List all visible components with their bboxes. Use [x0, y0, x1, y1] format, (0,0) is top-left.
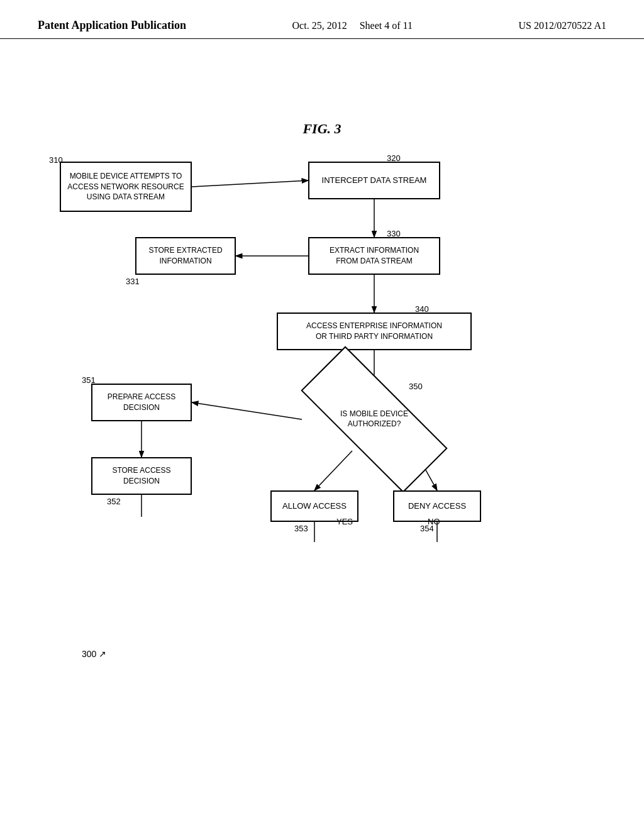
date-sheet-label: Oct. 25, 2012 Sheet 4 of 11 — [292, 20, 413, 31]
box-354-label: DENY ACCESS — [408, 501, 466, 512]
box-320: INTERCEPT DATA STREAM — [308, 162, 440, 199]
box-353-label: ALLOW ACCESS — [282, 501, 347, 512]
callout-353: 353 — [294, 524, 308, 533]
diamond-350: IS MOBILE DEVICEAUTHORIZED? — [302, 388, 447, 451]
yes-label: YES — [336, 517, 353, 526]
box-352: STORE ACCESSDECISION — [91, 457, 192, 495]
box-320-label: INTERCEPT DATA STREAM — [322, 175, 427, 186]
figure-title: FIG. 3 — [303, 121, 341, 137]
box-310: MOBILE DEVICE ATTEMPTS TOACCESS NETWORK … — [60, 162, 192, 212]
callout-310: 310 — [49, 155, 63, 165]
callout-352: 352 — [107, 497, 121, 506]
date-label: Oct. 25, 2012 — [292, 20, 347, 31]
svg-line-1 — [192, 180, 308, 187]
box-331-label: STORE EXTRACTEDINFORMATION — [148, 245, 222, 267]
box-351-label: PREPARE ACCESSDECISION — [108, 392, 175, 413]
box-340-label: ACCESS ENTERPRISE INFORMATIONOR THIRD PA… — [306, 321, 442, 342]
box-352-label: STORE ACCESSDECISION — [112, 465, 170, 487]
svg-line-8 — [314, 451, 352, 490]
no-label: NO — [428, 517, 440, 526]
box-351: PREPARE ACCESSDECISION — [91, 384, 192, 421]
callout-350: 350 — [409, 382, 423, 391]
callout-320: 320 — [387, 153, 401, 163]
box-331: STORE EXTRACTEDINFORMATION — [135, 237, 236, 275]
diamond-350-label: IS MOBILE DEVICEAUTHORIZED? — [340, 409, 408, 429]
box-330: EXTRACT INFORMATIONFROM DATA STREAM — [308, 237, 440, 275]
callout-340: 340 — [415, 304, 429, 314]
callout-330: 330 — [387, 229, 401, 238]
callout-351: 351 — [82, 375, 96, 385]
diagram-area: FIG. 3 MOBILE DEVICE ATTEMPTS TOACCESS N… — [0, 39, 644, 794]
callout-300: 300 ↗ — [82, 649, 106, 659]
sheet-label: Sheet 4 of 11 — [360, 20, 413, 31]
box-330-label: EXTRACT INFORMATIONFROM DATA STREAM — [330, 245, 419, 267]
box-340: ACCESS ENTERPRISE INFORMATIONOR THIRD PA… — [277, 313, 472, 350]
patent-number-label: US 2012/0270522 A1 — [518, 20, 606, 31]
publication-label: Patent Application Publication — [38, 19, 186, 32]
callout-331: 331 — [126, 277, 140, 286]
page-header: Patent Application Publication Oct. 25, … — [0, 0, 644, 39]
svg-line-6 — [192, 402, 302, 419]
box-310-label: MOBILE DEVICE ATTEMPTS TOACCESS NETWORK … — [67, 171, 184, 202]
